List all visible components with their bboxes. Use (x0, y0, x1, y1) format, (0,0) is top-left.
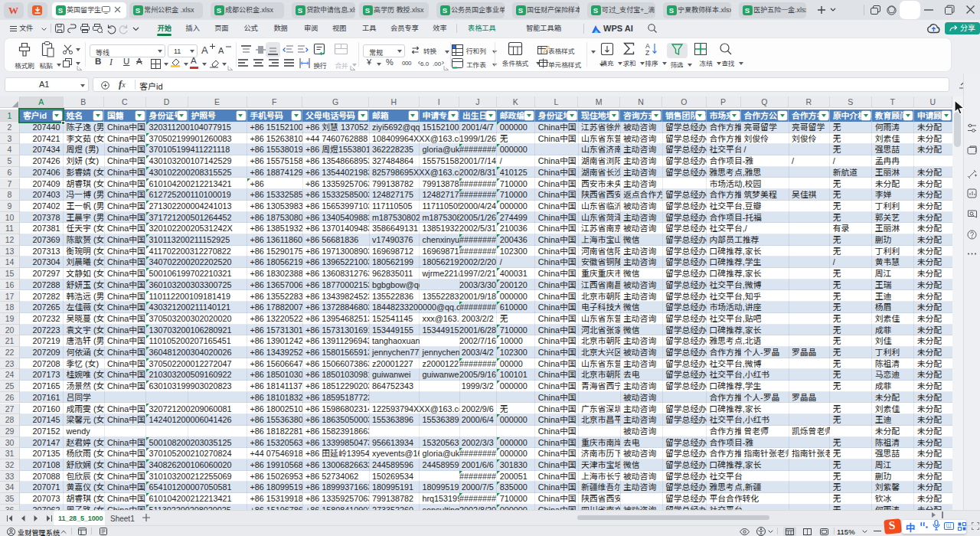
svg-text:6.0: 6.0 (420, 60, 430, 67)
svg-text:.00: .00 (433, 60, 442, 67)
svg-text:Z: Z (645, 49, 649, 57)
